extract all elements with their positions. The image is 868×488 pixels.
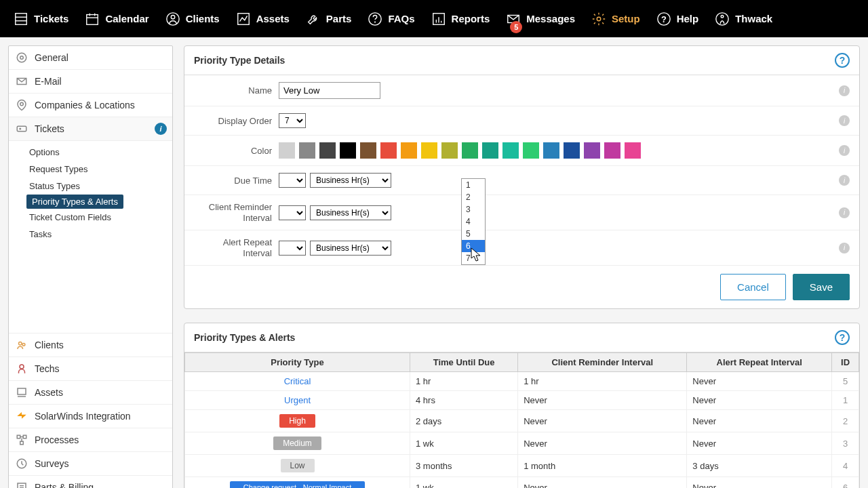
color-swatch[interactable] [625,142,641,159]
nav-reports[interactable]: Reports [423,0,498,37]
table-header: Client Reminder Interval [518,353,687,372]
bars-icon [431,12,446,26]
reminder-unit-select[interactable]: Business Hr(s) [310,205,391,220]
info-icon[interactable]: i [839,243,850,253]
sidebar-assets[interactable]: Assets [9,381,172,405]
color-swatch[interactable] [299,142,315,159]
color-swatch[interactable] [319,142,336,159]
info-icon[interactable]: i [839,207,850,218]
sidebar-surveys[interactable]: Surveys [9,452,172,476]
info-icon[interactable]: i [839,85,850,96]
detail-panel: Priority Type Details? Name i Display Or… [184,45,860,309]
color-swatch[interactable] [340,142,356,159]
sub-priority-types[interactable]: Priority Types & Alerts [26,195,123,209]
nav-parts[interactable]: Parts [298,0,360,37]
info-icon[interactable]: i [155,123,167,135]
nav-calendar[interactable]: Calendar [77,0,157,37]
sub-status-types[interactable]: Status Types [9,178,172,195]
color-swatch[interactable] [380,142,397,159]
svg-point-28 [19,342,22,346]
process-icon [16,434,28,446]
dropdown-option[interactable]: 7 [462,252,485,264]
svg-point-11 [375,22,376,22]
alert-unit-select[interactable]: Business Hr(s) [310,241,391,256]
dropdown-option[interactable]: 4 [462,216,485,228]
nav-faqs[interactable]: FAQs [359,0,422,37]
info-icon[interactable]: i [839,175,850,186]
color-swatch[interactable] [421,142,437,159]
sidebar-email[interactable]: E-Mail [9,70,172,94]
nav-assets[interactable]: Assets [228,0,298,37]
due-value-select[interactable] [279,173,306,188]
nav-clients[interactable]: Clients [157,0,228,37]
table-row[interactable]: Low3 months1 month3 days4 [185,455,859,477]
color-swatch[interactable] [564,142,580,159]
info-icon[interactable]: i [839,145,850,156]
dropdown-option[interactable]: 6 [462,240,485,252]
person-icon [165,12,180,26]
sidebar-clients[interactable]: Clients [9,333,172,357]
dropdown-option[interactable]: 3 [462,203,485,216]
table-row[interactable]: Critical1 hr1 hrNever5 [185,372,859,391]
order-label: Display Order [194,116,272,126]
table-row[interactable]: Medium1 wkNeverNever3 [185,432,859,455]
solarwinds-icon [16,410,28,422]
menu-icon [14,12,28,26]
dropdown-option[interactable]: 1 [462,179,485,191]
nav-tickets[interactable]: Tickets [5,0,77,37]
sidebar-solarwinds[interactable]: SolarWinds Integration [9,405,172,428]
alert-label: Alert RepeatInterval [194,237,272,258]
help-icon[interactable]: ? [835,330,850,345]
sidebar-techs[interactable]: Techs [9,357,172,381]
dropdown-option[interactable]: 5 [462,228,485,240]
sidebar-companies[interactable]: Companies & Locations [9,94,172,117]
svg-rect-31 [18,388,26,394]
alert-value-select[interactable] [279,241,306,256]
reminder-value-select[interactable] [279,205,306,220]
nav-setup[interactable]: Setup [583,0,648,37]
color-swatch[interactable] [462,142,478,159]
svg-point-30 [20,365,24,369]
table-row[interactable]: High2 daysNeverNever2 [185,410,859,432]
svg-point-21 [721,15,724,18]
color-swatch[interactable] [523,142,539,159]
question-icon [368,12,382,26]
help-icon: ? [656,12,671,26]
color-swatch[interactable] [279,142,295,159]
sub-custom-fields[interactable]: Ticket Custom Fields [9,209,172,226]
svg-rect-26 [17,126,26,131]
sub-request-types[interactable]: Request Types [9,161,172,178]
sub-options[interactable]: Options [9,144,172,161]
table-row[interactable]: Change request - Normal Impact1 wkNeverN… [185,477,859,488]
table-header: Alert Repeat Interval [687,353,832,372]
nav-help[interactable]: ?Help [648,0,707,37]
nav-messages[interactable]: Messages5 [498,0,583,37]
sidebar-tickets[interactable]: Ticketsi [9,117,172,141]
table-row[interactable]: Urgent4 hrsNeverNever1 [185,391,859,410]
save-button[interactable]: Save [793,274,850,300]
color-swatch[interactable] [502,142,519,159]
due-unit-select[interactable]: Business Hr(s) [310,173,391,188]
sub-tasks[interactable]: Tasks [9,226,172,243]
sidebar-parts-billing[interactable]: Parts & Billing [9,476,172,488]
sidebar-general[interactable]: General [9,46,172,70]
name-input[interactable] [279,82,380,99]
nav-thwack[interactable]: Thwack [707,0,781,37]
color-swatch[interactable] [360,142,376,159]
color-swatch[interactable] [401,142,417,159]
cancel-button[interactable]: Cancel [720,274,786,300]
display-order-select[interactable]: 7 [279,113,306,128]
svg-point-22 [20,56,24,60]
message-badge: 5 [510,21,522,33]
help-icon[interactable]: ? [835,53,850,68]
color-swatch[interactable] [441,142,458,159]
color-swatch[interactable] [482,142,498,159]
tickets-subitems: Options Request Types Status Types Prior… [9,141,172,245]
color-swatch[interactable] [584,142,600,159]
color-swatch[interactable] [543,142,559,159]
sidebar-processes[interactable]: Processes [9,428,172,452]
dropdown-option[interactable]: 2 [462,191,485,203]
info-icon[interactable]: i [839,115,850,126]
wrench-icon [306,12,321,26]
color-swatch[interactable] [604,142,620,159]
